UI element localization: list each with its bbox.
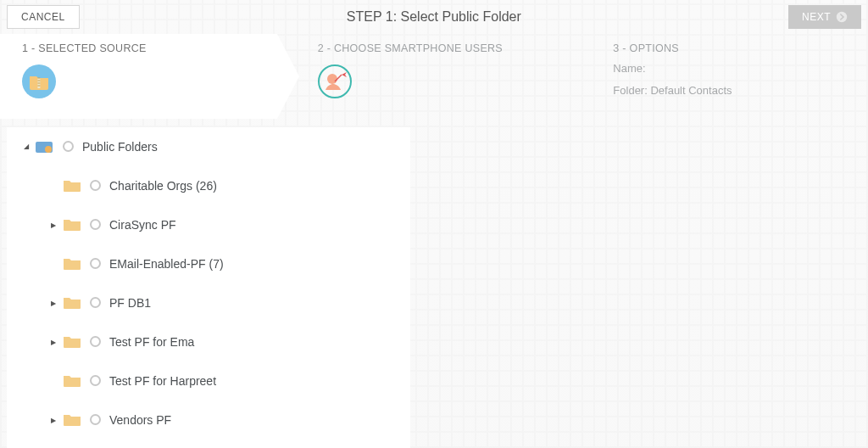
tree-node[interactable]: Charitable Orgs (26): [7, 166, 410, 205]
radio-select[interactable]: [90, 297, 101, 308]
node-label: EMail-Enabled-PF (7): [109, 257, 224, 271]
options-folder: Folder: Default Contacts: [613, 80, 846, 102]
node-label: Charitable Orgs (26): [109, 179, 217, 193]
radio-select[interactable]: [90, 180, 101, 191]
folder-icon: [63, 335, 81, 349]
svg-point-7: [45, 146, 52, 153]
next-button[interactable]: NEXT: [788, 5, 861, 29]
radio-select[interactable]: [90, 375, 101, 386]
page-title: STEP 1: Select Public Folder: [347, 9, 521, 25]
step-options[interactable]: 3 - OPTIONS Name: Folder: Default Contac…: [572, 34, 868, 119]
node-label: CiraSync PF: [109, 218, 176, 232]
tree-node[interactable]: CiraSync PF: [7, 205, 410, 244]
step-choose-users[interactable]: 2 - CHOOSE SMARTPHONE USERS: [277, 34, 573, 119]
next-label: NEXT: [802, 11, 831, 23]
cancel-label: CANCEL: [21, 11, 65, 23]
chevron-right-icon[interactable]: [47, 220, 59, 229]
tree-node[interactable]: PF DB1: [7, 283, 410, 322]
radio-select[interactable]: [63, 141, 74, 152]
folder-icon: [63, 413, 81, 427]
node-label: Test PF for Harpreet: [109, 374, 216, 388]
topbar: CANCEL STEP 1: Select Public Folder NEXT: [0, 0, 868, 34]
radio-select[interactable]: [90, 336, 101, 347]
wizard-steps: 1 - SELECTED SOURCE 2 - CHOOSE SMARTPHON…: [0, 34, 868, 119]
public-folders-icon: [36, 140, 54, 154]
folder-tree: Public Folders Charitable Orgs (26) Cira…: [7, 127, 410, 448]
zip-folder-icon: [22, 64, 255, 98]
step3-label: 3 - OPTIONS: [613, 42, 846, 54]
target-user-icon: [318, 64, 551, 98]
svg-point-0: [837, 12, 847, 22]
radio-select[interactable]: [90, 219, 101, 230]
node-label: Vendors PF: [109, 413, 171, 427]
step-selected-source[interactable]: 1 - SELECTED SOURCE: [0, 34, 277, 119]
step1-label: 1 - SELECTED SOURCE: [22, 42, 255, 54]
node-label: PF DB1: [109, 296, 151, 310]
node-label: Test PF for Ema: [109, 335, 194, 349]
folder-icon: [63, 218, 81, 232]
chevron-down-icon[interactable]: [20, 142, 32, 151]
folder-icon: [63, 296, 81, 310]
chevron-right-icon[interactable]: [47, 415, 59, 424]
node-label: Public Folders: [82, 140, 158, 154]
tree-node[interactable]: Vendors PF: [7, 400, 410, 440]
tree-node[interactable]: EMail-Enabled-PF (7): [7, 244, 410, 283]
chevron-right-icon[interactable]: [47, 298, 59, 307]
folder-icon: [63, 179, 81, 193]
folder-icon: [63, 257, 81, 271]
options-name: Name:: [613, 58, 846, 80]
step2-label: 2 - CHOOSE SMARTPHONE USERS: [318, 42, 551, 54]
svg-point-4: [327, 74, 337, 84]
tree-node[interactable]: Test PF for Ema: [7, 322, 410, 361]
tree-node[interactable]: Test PF for Harpreet: [7, 361, 410, 400]
chevron-right-icon[interactable]: [47, 337, 59, 346]
chevron-right-icon: [836, 11, 848, 23]
tree-node-root[interactable]: Public Folders: [7, 127, 410, 166]
radio-select[interactable]: [90, 258, 101, 269]
folder-icon: [63, 374, 81, 388]
options-summary: Name: Folder: Default Contacts: [613, 54, 846, 102]
cancel-button[interactable]: CANCEL: [7, 5, 80, 29]
radio-select[interactable]: [90, 414, 101, 425]
